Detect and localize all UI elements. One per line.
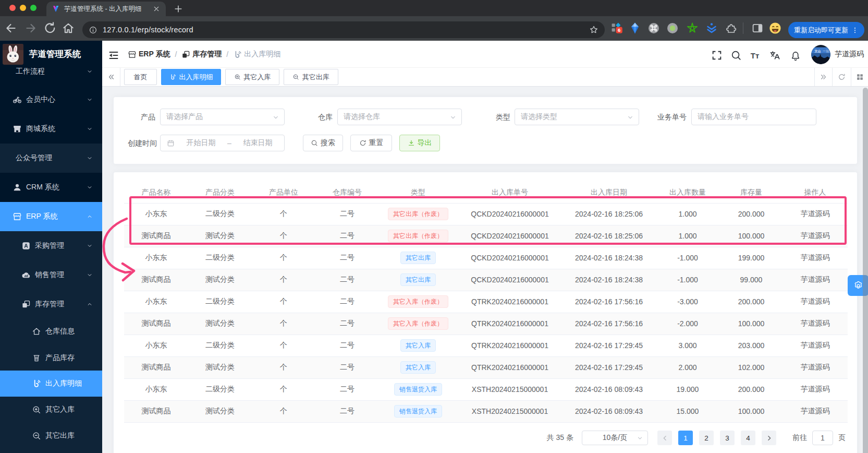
type-badge: 其它出库（作废） <box>388 208 448 220</box>
user-avatar[interactable] <box>811 45 830 64</box>
prev-page-button[interactable] <box>657 431 672 445</box>
update-button[interactable]: 重新启动即可更新 <box>788 22 864 38</box>
green-star-icon[interactable] <box>686 22 699 34</box>
new-tab-button[interactable] <box>173 4 184 14</box>
sidebar-item-7[interactable]: 采购管理 <box>0 231 102 260</box>
page-button-2[interactable]: 2 <box>699 431 714 445</box>
traffic-minimize-button[interactable] <box>20 5 26 11</box>
next-page-button[interactable] <box>762 431 776 445</box>
table-row-3[interactable]: 小东东二级分类个二号其它出库QCKD202402160000012024-02-… <box>124 247 848 269</box>
sidebar-item-8[interactable]: 销售管理 <box>0 260 102 290</box>
font-size-icon[interactable]: Tт <box>749 50 761 61</box>
sidebar-item-6[interactable]: ERP 系统 <box>0 202 102 231</box>
bizno-input[interactable]: 请输入业务单号 <box>691 109 816 125</box>
table-row-7[interactable]: 小东东二级分类个二号其它入库QTRK202402160000012024-02-… <box>124 335 848 356</box>
tab-chip-label: 首页 <box>134 73 148 82</box>
sidebar-item-2[interactable]: 会员中心 <box>0 85 102 114</box>
gem-icon[interactable] <box>629 22 641 34</box>
translate-icon[interactable] <box>769 50 780 61</box>
goto-page-value: 1 <box>821 434 825 442</box>
tags-menu-button[interactable] <box>851 68 868 86</box>
column-header-7: 出入库日期 <box>563 182 655 203</box>
goto-page-input[interactable]: 1 <box>812 431 833 445</box>
scrollbar-thumb[interactable] <box>863 88 868 453</box>
cell-type: 销售退货入库 <box>379 378 457 400</box>
page-button-3[interactable]: 3 <box>720 431 735 445</box>
page-size-select[interactable]: 10条/页 <box>582 431 648 445</box>
table-row-6[interactable]: 测试商品测试分类个二号其它入库（作废）QTRK20240216000001202… <box>124 313 848 335</box>
tags-scroll-left-button[interactable] <box>102 68 120 86</box>
scroll-down-icon[interactable] <box>705 22 718 34</box>
zoomout-icon <box>32 431 41 440</box>
tags-scroll-right-button[interactable] <box>814 68 832 86</box>
vue-devtools-icon[interactable] <box>610 22 623 34</box>
tab-chip-3[interactable]: 其它入库 <box>225 69 279 85</box>
cell-operator: 芋道源码 <box>783 247 848 269</box>
date-range-picker[interactable]: 开始日期 – 结束日期 <box>160 135 285 151</box>
bell-icon[interactable] <box>790 50 801 61</box>
fullscreen-icon[interactable] <box>711 50 723 61</box>
page-button-1[interactable]: 1 <box>678 431 693 445</box>
username[interactable]: 芋道源码 <box>835 41 864 68</box>
warehouse-select[interactable]: 请选择仓库 <box>337 109 462 125</box>
table-row-2[interactable]: 测试商品测试分类个二号其它出库（作废）QCKD20240216000001202… <box>124 225 848 247</box>
profile-avatar-icon[interactable] <box>769 22 781 34</box>
browser-home-icon[interactable] <box>62 21 75 35</box>
tags-refresh-button[interactable] <box>832 68 851 86</box>
tab-close-icon[interactable] <box>152 5 161 13</box>
url-text[interactable]: 127.0.0.1/erp/stock/record <box>103 26 589 34</box>
side-panel-icon[interactable] <box>751 22 764 34</box>
forward-icon[interactable] <box>24 21 38 35</box>
table-row-8[interactable]: 测试商品测试分类个二号其它入库QTRK202402160000012024-02… <box>124 356 848 378</box>
refresh-icon <box>838 73 846 81</box>
browser-tab[interactable]: 芋道管理系统 - 出入库明细 <box>46 2 166 16</box>
bookmark-star-icon[interactable] <box>589 25 598 34</box>
cell-qty: -1.000 <box>655 247 720 269</box>
table-row-5[interactable]: 小东东二级分类个二号其它入库（作废）QTRK202402160000012024… <box>124 291 848 313</box>
sidebar-logo[interactable]: 芋道管理系统 <box>0 41 102 68</box>
table-row-1[interactable]: 小东东二级分类个二号其它出库（作废）QCKD202402160000012024… <box>124 203 848 225</box>
export-button[interactable]: 导出 <box>399 135 440 151</box>
sidebar-item-11[interactable]: 产品库存 <box>0 345 102 371</box>
search-button[interactable]: 搜索 <box>303 135 343 151</box>
tab-chip-1[interactable]: 首页 <box>124 69 157 85</box>
address-bar[interactable]: 127.0.0.1/erp/stock/record <box>82 21 605 38</box>
site-info-icon[interactable] <box>89 26 97 34</box>
cell-warehouse: 二号 <box>315 400 379 422</box>
cell-warehouse: 二号 <box>315 291 379 313</box>
reload-icon[interactable] <box>43 21 57 35</box>
browser-menu-icon[interactable] <box>851 27 859 34</box>
tab-chip-2[interactable]: 出入库明细 <box>161 69 221 85</box>
puzzle-icon[interactable] <box>725 22 737 34</box>
table-row-4[interactable]: 测试商品测试分类个二号其它出库QCKD202402160000012024-02… <box>124 269 848 291</box>
command-circle-icon[interactable] <box>647 22 660 34</box>
collapse-menu-icon[interactable] <box>108 50 119 61</box>
product-select[interactable]: 请选择产品 <box>160 109 285 125</box>
sidebar-item-3[interactable]: 商城系统 <box>0 114 102 144</box>
breadcrumb-item-1[interactable]: ERP 系统 <box>128 50 170 59</box>
breadcrumb-item-2[interactable]: 库存管理 <box>181 50 222 59</box>
page-button-4[interactable]: 4 <box>741 431 755 445</box>
sidebar-item-4[interactable]: 公众号管理 <box>0 144 102 173</box>
sidebar-item-9[interactable]: 库存管理 <box>0 290 102 319</box>
recorder-circle-icon[interactable] <box>666 22 679 34</box>
back-icon[interactable] <box>4 21 18 35</box>
clone-icon <box>181 50 190 59</box>
type-select[interactable]: 请选择类型 <box>515 109 639 125</box>
header-search-icon[interactable] <box>730 50 742 61</box>
table-row-9[interactable]: 小东东二级分类个二号销售退货入库XSTH202402150000012024-0… <box>124 378 848 400</box>
breadcrumb-label: 库存管理 <box>192 50 222 59</box>
sidebar-item-5[interactable]: CRM 系统 <box>0 173 102 202</box>
cell-qty: 3.000 <box>655 335 720 356</box>
cell-operator: 芋道源码 <box>783 313 848 335</box>
sidebar-item-14[interactable]: 其它出库 <box>0 423 102 449</box>
traffic-close-button[interactable] <box>9 5 16 11</box>
sidebar-item-13[interactable]: 其它入库 <box>0 397 102 423</box>
reset-button[interactable]: 重置 <box>350 135 392 151</box>
sidebar-item-10[interactable]: 仓库信息 <box>0 318 102 344</box>
tab-chip-4[interactable]: 其它出库 <box>284 69 338 85</box>
traffic-zoom-button[interactable] <box>30 5 36 11</box>
cell-category: 二级分类 <box>188 203 252 225</box>
table-row-10[interactable]: 测试商品测试分类个二号销售退货入库XSTH202402150000012024-… <box>124 400 848 422</box>
sidebar-item-12[interactable]: 出入库明细 <box>0 371 102 397</box>
